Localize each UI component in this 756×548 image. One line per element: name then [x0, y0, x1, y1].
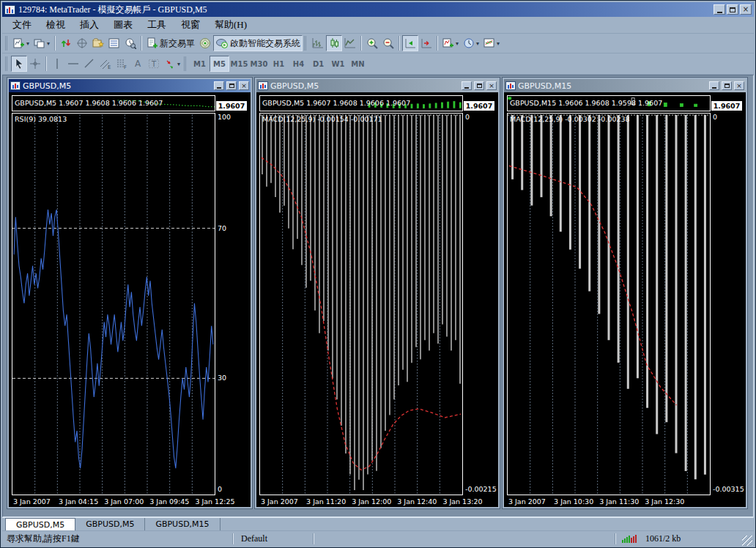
timeframe-m1-button[interactable]: M1 — [190, 56, 210, 72]
cursor-button[interactable] — [11, 56, 27, 72]
timeframe-m5-button[interactable]: M5 — [210, 56, 229, 72]
chart-window-titlebar[interactable]: GBPUSD,M15 × — [504, 79, 746, 92]
fibonacci-button[interactable]: F — [114, 56, 130, 72]
chart-bars-button[interactable] — [310, 35, 326, 51]
timeframe-h1-button[interactable]: H1 — [269, 56, 289, 72]
list-icon — [108, 37, 120, 49]
templates-button[interactable]: ▾ — [481, 35, 502, 51]
toolbar-separator — [141, 36, 142, 51]
status-profile[interactable]: Default — [235, 533, 311, 544]
trendline-button[interactable] — [81, 56, 97, 72]
periods-button[interactable]: ▾ — [461, 35, 481, 51]
dropdown-arrow-icon: ▾ — [497, 40, 500, 47]
toolbar-grip[interactable] — [5, 56, 10, 71]
timeframe-m15-button[interactable]: M15 — [229, 56, 249, 72]
text-label-button[interactable]: T — [146, 56, 162, 72]
chart-window-titlebar[interactable]: GBPUSD,M5 × — [256, 79, 498, 92]
strategy-tester-button[interactable] — [122, 35, 138, 51]
data-window-button[interactable] — [74, 35, 90, 51]
arrows-button[interactable]: ▾ — [162, 56, 182, 72]
bar-chart-icon — [312, 37, 324, 49]
menu-file[interactable]: 文件 — [5, 18, 39, 32]
chart-area[interactable]: GBPUSD,M15 1.9606 1.9608 1.9598 1.9607 1… — [504, 92, 746, 507]
new-order-button[interactable]: 新交易單 — [144, 35, 197, 51]
indicators-button[interactable]: ▾ — [440, 35, 461, 51]
terminal-button[interactable] — [106, 35, 122, 51]
resize-grip[interactable] — [742, 536, 752, 546]
connection-bars-icon — [622, 534, 638, 543]
dropdown-arrow-icon: ▾ — [177, 61, 180, 67]
time-tick: 3 Jan 12:25 — [195, 497, 234, 506]
chart-candles-button[interactable] — [326, 35, 342, 51]
templates-icon — [483, 37, 495, 49]
expert-advisors-button[interactable]: 啟動智能交易系統 — [213, 35, 303, 51]
tab-gbpusd-m15-macd[interactable]: GBPUSD,M15 — [145, 518, 220, 530]
current-price-label: 1.9607 — [216, 101, 247, 111]
time-tick: 3 Jan 12:40 — [397, 497, 437, 506]
crosshair-button[interactable] — [27, 56, 43, 72]
menu-insert[interactable]: 插入 — [73, 18, 106, 32]
menu-charts[interactable]: 圖表 — [106, 18, 140, 32]
zoom-out-button[interactable] — [380, 35, 396, 51]
toolbar-grip[interactable] — [184, 56, 188, 71]
time-tick: 3 Jan 11:30 — [599, 497, 639, 506]
chart-window-titlebar[interactable]: GBPUSD,M5 × — [9, 79, 251, 92]
menu-tools[interactable]: 工具 — [140, 18, 174, 32]
chart-shift-button[interactable] — [418, 35, 434, 51]
new-chart-button[interactable]: ▾ — [11, 35, 32, 51]
tab-gbpusd-m5-macd[interactable]: GBPUSD,M5 — [75, 518, 145, 530]
chart-tab-bar: GBPUSD,M5 GBPUSD,M5 GBPUSD,M15 — [2, 517, 754, 530]
minimize-button[interactable] — [714, 4, 725, 15]
time-axis: 3 Jan 20073 Jan 10:303 Jan 11:303 Jan 12… — [507, 495, 711, 507]
profiles-button[interactable]: ▾ — [32, 35, 52, 51]
value-scale: 10070300 — [215, 113, 248, 495]
chart-close-button[interactable]: × — [486, 81, 497, 90]
chart-minimize-button[interactable] — [214, 81, 224, 90]
timeframe-m30-button[interactable]: M30 — [249, 56, 269, 72]
time-tick: 3 Jan 11:20 — [306, 497, 346, 506]
auto-scroll-button[interactable] — [402, 35, 418, 51]
maximize-button[interactable] — [727, 4, 738, 15]
equidistant-channel-button[interactable]: E — [97, 56, 114, 72]
close-icon: × — [489, 83, 494, 89]
chart-close-button[interactable]: × — [734, 81, 744, 90]
channel-icon: E — [100, 58, 111, 70]
menu-help[interactable]: 幫助(H) — [207, 18, 254, 32]
indicator-readout: RSI(9) 39.0813 — [15, 115, 67, 123]
menu-view[interactable]: 檢視 — [39, 18, 73, 32]
horizontal-line-icon — [67, 58, 79, 70]
chart-maximize-button[interactable] — [226, 81, 237, 90]
chart-maximize-button[interactable] — [474, 81, 484, 90]
horizontal-line-button[interactable] — [65, 56, 81, 72]
toolbar-grip[interactable] — [304, 36, 308, 51]
close-button[interactable]: × — [740, 4, 752, 15]
timeframe-h4-button[interactable]: H4 — [289, 56, 308, 72]
market-watch-button[interactable] — [58, 35, 74, 51]
expert-properties-button[interactable] — [197, 35, 213, 51]
value-scale: 0-0.00215 — [463, 113, 495, 495]
chart-maximize-button[interactable] — [722, 81, 732, 90]
scale-tick: 0 — [713, 113, 717, 121]
timeframe-mn-button[interactable]: MN — [348, 56, 368, 72]
time-tick: 3 Jan 09:45 — [149, 497, 189, 506]
toolbar-grip[interactable] — [5, 36, 10, 51]
toolbar-separator — [45, 56, 47, 71]
chart-minimize-button[interactable] — [462, 81, 472, 90]
chart-area[interactable]: GBPUSD,M5 1.9607 1.9608 1.9606 1.9607 1.… — [9, 92, 251, 507]
time-tick: 3 Jan 12:30 — [645, 497, 684, 506]
vertical-line-button[interactable] — [49, 56, 65, 72]
timeframe-d1-button[interactable]: D1 — [308, 56, 328, 72]
chart-line-button[interactable] — [342, 35, 358, 51]
chart-area[interactable]: GBPUSD,M5 1.9607 1.9608 1.9606 1.9607 1.… — [256, 92, 498, 507]
maximize-icon — [477, 84, 482, 88]
timeframe-w1-button[interactable]: W1 — [328, 56, 348, 72]
navigator-button[interactable] — [90, 35, 106, 51]
menu-window[interactable]: 視窗 — [174, 18, 207, 32]
title-bar: 129784: MetaTrader - 模擬交易帳戶 - GBPUSD,M5 … — [2, 2, 754, 17]
zoom-in-button[interactable] — [364, 35, 380, 51]
dropdown-arrow-icon: ▾ — [26, 40, 29, 47]
chart-close-button[interactable]: × — [239, 81, 249, 90]
tab-gbpusd-m5-rsi[interactable]: GBPUSD,M5 — [5, 518, 75, 530]
text-button[interactable]: A — [130, 56, 146, 72]
chart-minimize-button[interactable] — [709, 81, 719, 90]
